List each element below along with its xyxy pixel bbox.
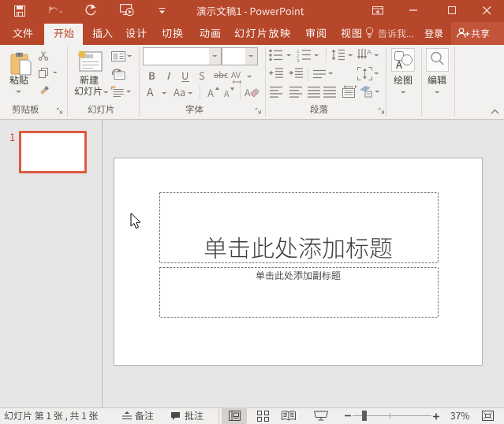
svg-text:A: A (367, 48, 371, 56)
